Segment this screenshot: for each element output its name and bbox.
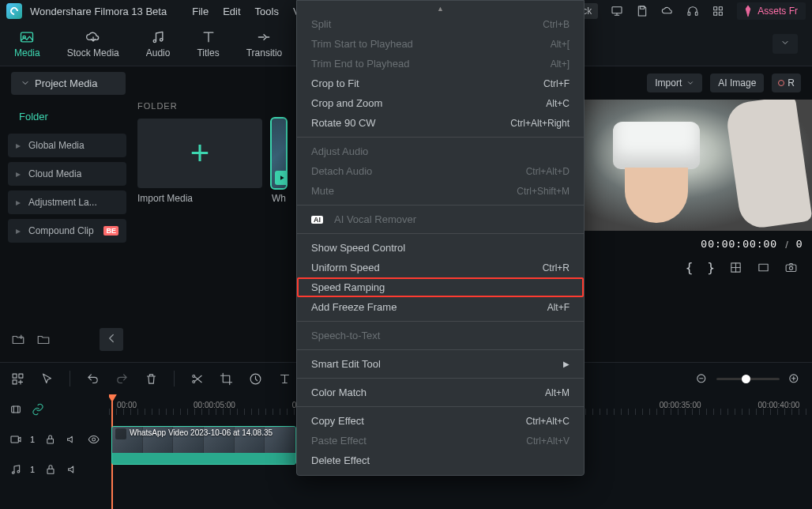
menu-edit[interactable]: Edit <box>223 6 240 17</box>
menu-item-crop-to-fit[interactable]: Crop to FitCtrl+F <box>297 74 584 93</box>
save-icon[interactable] <box>636 5 648 17</box>
sidebar-item-cloud-media[interactable]: ▸Cloud Media <box>8 162 126 186</box>
zoom-thumb[interactable] <box>742 375 750 383</box>
brace-close-icon[interactable]: } <box>707 260 715 275</box>
sidebar-item-global-media[interactable]: ▸Global Media <box>8 134 126 157</box>
sidebar-item-label: Compound Clip <box>28 225 94 236</box>
menu-item-delete-effect[interactable]: Delete Effect <box>297 451 584 470</box>
menu-file[interactable]: File <box>192 6 209 17</box>
volume-icon[interactable] <box>66 463 79 476</box>
audio-track-header[interactable]: 1 <box>0 454 109 484</box>
thumbnail-caption: Import Media <box>137 193 262 204</box>
crop-icon[interactable] <box>220 372 233 386</box>
apps-icon[interactable] <box>712 5 724 17</box>
media-thumbnail[interactable]: Wh <box>272 119 286 204</box>
pointer-icon[interactable] <box>40 372 54 386</box>
menu-item-crop-and-zoom[interactable]: Crop and ZoomAlt+C <box>297 93 584 113</box>
ruler-tick: 00:00:40:00 <box>758 401 800 409</box>
music-note-icon <box>150 29 166 45</box>
menu-item-copy-effect[interactable]: Copy EffectCtrl+Alt+C <box>297 411 584 431</box>
link-icon[interactable] <box>32 403 44 416</box>
menu-separator <box>297 233 584 234</box>
shortcut-label: Alt+C <box>546 98 570 109</box>
folder-icon[interactable] <box>36 333 51 347</box>
folder-section-label[interactable]: Folder <box>8 104 126 129</box>
music-note-icon <box>9 463 22 476</box>
record-button[interactable]: R <box>772 74 801 92</box>
lock-icon[interactable] <box>44 433 56 446</box>
tab-dropdown[interactable] <box>773 34 798 54</box>
menu-item-add-freeze-frame[interactable]: Add Freeze FrameAlt+F <box>297 297 584 317</box>
scissors-icon[interactable] <box>190 372 204 386</box>
menu-item-show-speed-control[interactable]: Show Speed Control <box>297 238 584 258</box>
tab-transitions[interactable]: Transitio <box>246 29 283 58</box>
chevron-down-icon <box>780 38 790 47</box>
zoom-out-icon[interactable] <box>695 372 709 386</box>
zoom-in-icon[interactable] <box>788 372 801 386</box>
tab-label: Titles <box>197 47 219 58</box>
eye-icon[interactable] <box>88 433 100 446</box>
menu-tools[interactable]: Tools <box>255 6 279 17</box>
record-label: R <box>788 77 795 89</box>
brace-open-icon[interactable]: { <box>686 260 694 275</box>
tab-audio[interactable]: Audio <box>146 29 171 58</box>
delete-icon[interactable] <box>145 372 158 386</box>
cloud-icon[interactable] <box>661 5 674 17</box>
ai-image-button[interactable]: AI Image <box>710 74 764 92</box>
monitor-icon[interactable] <box>611 5 623 17</box>
snapshot-icon[interactable] <box>784 261 798 274</box>
lock-icon[interactable] <box>44 463 57 476</box>
svg-rect-4 <box>714 7 717 10</box>
sidebar-item-compound-clip[interactable]: ▸Compound ClipBE <box>8 219 126 243</box>
video-clip[interactable]: WhatsApp Video 2023-10-06 at 14.08.35 <box>111 426 296 465</box>
assets-button[interactable]: Assets Fr <box>737 2 806 20</box>
total-duration: 0 <box>796 239 803 251</box>
volume-icon[interactable] <box>66 433 77 446</box>
tab-media[interactable]: Media <box>14 29 40 58</box>
record-dot-icon <box>778 80 784 86</box>
zoom-slider[interactable] <box>716 378 780 380</box>
sidebar-item-label: Global Media <box>28 140 85 151</box>
track-headers: 1 1 <box>0 394 109 509</box>
aspect-ratio-icon[interactable] <box>757 261 770 274</box>
menu-item-color-match[interactable]: Color MatchAlt+M <box>297 383 584 402</box>
menu-item-trim-end-to-playhead: Trim End to PlayheadAlt+] <box>297 54 584 74</box>
menu-item-rotate-90-cw[interactable]: Rotate 90 CWCtrl+Alt+Right <box>297 113 584 133</box>
menu-separator <box>297 378 584 379</box>
shortcut-label: Ctrl+F <box>543 78 570 89</box>
video-track-header[interactable]: 1 <box>0 424 109 454</box>
preview-viewport[interactable] <box>581 100 812 231</box>
undo-icon[interactable] <box>86 372 100 386</box>
headphones-icon[interactable] <box>686 5 699 17</box>
svg-rect-16 <box>13 374 17 378</box>
menu-item-smart-edit-tool[interactable]: Smart Edit Tool▶ <box>297 354 584 374</box>
import-button[interactable]: Import <box>647 74 702 92</box>
tab-stock-media[interactable]: Stock Media <box>67 29 119 58</box>
menu-item-label: Crop to Fit <box>311 77 359 89</box>
sidebar-item-adjustment-layer[interactable]: ▸Adjustment La... <box>8 190 126 214</box>
add-node-icon[interactable] <box>11 372 24 386</box>
play-badge-icon <box>275 171 286 185</box>
clip-toggle-icon[interactable] <box>9 403 22 416</box>
menu-item-speed-ramping[interactable]: Speed Ramping <box>297 277 584 297</box>
new-folder-icon[interactable] <box>11 333 25 347</box>
tab-titles[interactable]: Titles <box>197 29 219 58</box>
speed-icon[interactable] <box>249 372 262 386</box>
redo-icon[interactable] <box>115 372 129 386</box>
media-icon <box>19 29 35 45</box>
text-tool-icon[interactable] <box>278 372 291 386</box>
menu-item-label: Split <box>311 18 331 30</box>
project-media-button[interactable]: Project Media <box>11 72 126 95</box>
ruler-tick: 00:00 <box>117 401 137 409</box>
clip-play-icon <box>115 428 126 439</box>
menu-item-uniform-speed[interactable]: Uniform SpeedCtrl+R <box>297 258 584 277</box>
import-media-tile[interactable]: + Import Media <box>137 119 262 204</box>
collapse-sidebar-button[interactable] <box>100 328 123 351</box>
scroll-up-icon[interactable]: ▲ <box>297 6 584 13</box>
grid-icon[interactable] <box>729 261 742 274</box>
menu-item-label: Adjust Audio <box>311 145 368 157</box>
shortcut-label: Alt+] <box>551 58 570 70</box>
menu-separator <box>297 205 584 205</box>
menu-item-label: Speech-to-Text <box>311 330 380 341</box>
chevron-down-icon <box>686 79 694 87</box>
